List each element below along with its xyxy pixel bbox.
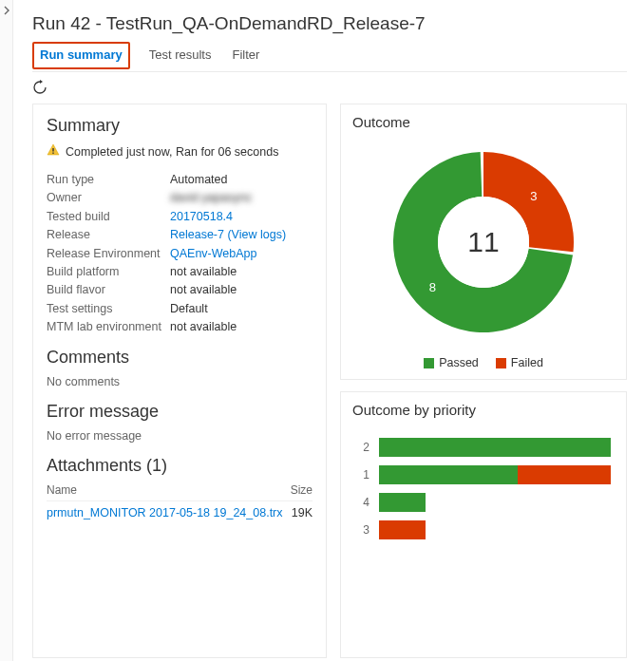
- value-run-type: Automated: [170, 171, 227, 189]
- svg-rect-0: [52, 148, 53, 152]
- summary-panel: Summary Completed just now, Ran for 06 s…: [32, 104, 327, 658]
- tab-filter[interactable]: Filter: [230, 42, 261, 71]
- attachment-size: 19K: [292, 506, 313, 519]
- toolbar: [32, 72, 627, 104]
- link-release[interactable]: Release-7 (View logs): [170, 226, 286, 244]
- bar-segment: [379, 438, 611, 457]
- priority-bars: 2143: [352, 422, 615, 550]
- outcome-priority-panel: Outcome by priority 2143: [340, 391, 627, 658]
- bar-row: 4: [356, 493, 611, 512]
- value-test-settings: Default: [170, 300, 208, 318]
- outcome-title: Outcome: [352, 114, 615, 130]
- summary-heading: Summary: [47, 116, 313, 136]
- legend-swatch-failed: [496, 358, 506, 368]
- bar-segment: [379, 465, 518, 484]
- refresh-icon: [32, 80, 47, 95]
- attach-col-size: Size: [291, 483, 313, 497]
- bar-track: [379, 465, 611, 484]
- bar-category: 4: [356, 496, 369, 509]
- bar-track: [379, 438, 611, 457]
- attachments-heading: Attachments (1): [47, 456, 313, 476]
- bar-category: 3: [356, 523, 369, 537]
- comments-heading: Comments: [47, 348, 313, 368]
- bar-row: 3: [356, 520, 611, 539]
- bar-segment: [379, 520, 426, 539]
- tab-bar: Run summary Test results Filter: [32, 42, 627, 72]
- bar-segment: [518, 465, 611, 484]
- chevron-right-icon: [2, 6, 11, 15]
- value-mtm: not available: [170, 318, 237, 336]
- bar-track: [379, 493, 611, 512]
- outcome-priority-title: Outcome by priority: [352, 402, 615, 418]
- refresh-button[interactable]: [32, 80, 47, 98]
- attachment-row: prmutn_MONITOR 2017-05-18 19_24_08.trx 1…: [47, 501, 313, 519]
- outcome-donut: 11 3 8: [379, 138, 588, 347]
- tab-run-summary[interactable]: Run summary: [32, 42, 130, 69]
- outcome-legend: Passed Failed: [352, 356, 615, 369]
- value-build-platform: not available: [170, 263, 237, 281]
- attachment-link[interactable]: prmutn_MONITOR 2017-05-18 19_24_08.trx: [47, 506, 283, 519]
- svg-rect-1: [52, 153, 53, 154]
- bar-category: 1: [356, 468, 369, 482]
- run-status-text: Completed just now, Ran for 06 seconds: [66, 145, 278, 159]
- value-build-flavor: not available: [170, 281, 237, 299]
- link-tested-build[interactable]: 20170518.4: [170, 208, 233, 226]
- comments-text: No comments: [47, 375, 313, 388]
- warning-icon: [47, 143, 60, 160]
- outcome-total: 11: [467, 226, 499, 258]
- tab-test-results[interactable]: Test results: [147, 42, 214, 71]
- error-heading: Error message: [47, 402, 313, 422]
- page-title: Run 42 - TestRun_QA-OnDemandRD_Release-7: [32, 13, 627, 34]
- error-text: No error message: [47, 429, 313, 443]
- outcome-fail-count: 3: [530, 189, 537, 203]
- run-status-row: Completed just now, Ran for 06 seconds: [47, 143, 313, 160]
- bar-track: [379, 520, 611, 539]
- bar-category: 2: [356, 441, 369, 454]
- outcome-pass-count: 8: [429, 280, 436, 294]
- attach-col-name: Name: [47, 483, 77, 497]
- bar-row: 1: [356, 465, 611, 484]
- bar-segment: [379, 493, 426, 512]
- outcome-panel: Outcome 11 3 8 Passed Failed: [340, 104, 627, 380]
- legend-swatch-passed: [424, 358, 434, 368]
- panel-collapse-handle[interactable]: [0, 0, 13, 661]
- bar-row: 2: [356, 438, 611, 457]
- link-release-env[interactable]: QAEnv-WebApp: [170, 245, 256, 263]
- value-owner: david yapasync: [170, 189, 252, 207]
